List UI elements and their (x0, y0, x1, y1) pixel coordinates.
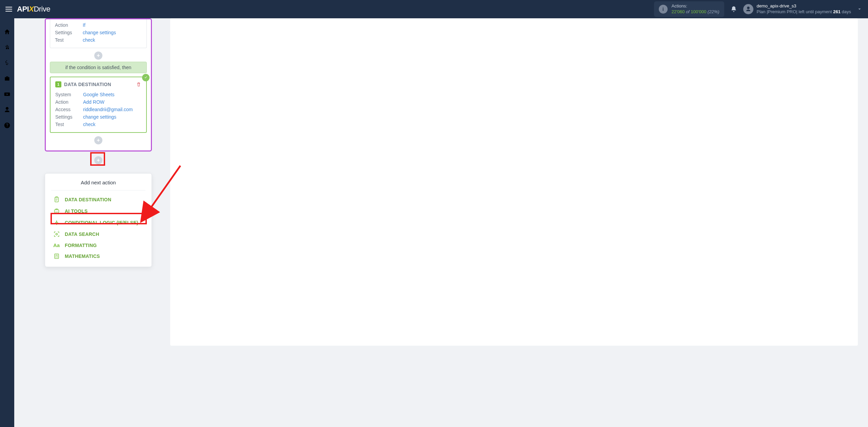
dollar-icon[interactable] (4, 60, 11, 66)
card-row: Accessriddleandrii@gmail.com (55, 106, 141, 113)
check-icon (142, 74, 150, 81)
help-icon[interactable] (4, 122, 11, 129)
popover-item[interactable]: DATA SEARCH (45, 228, 152, 240)
card-row: ActionIf (55, 21, 142, 29)
card-row: Testcheck (55, 121, 141, 128)
row-value[interactable]: check (83, 37, 95, 43)
condition-card[interactable]: ActionIfSettingschange settingsTestcheck (50, 19, 147, 48)
logo-drive: Drive (34, 5, 50, 13)
user-info: demo_apix-drive_s3 Plan |Premium PRO| le… (757, 3, 851, 15)
detail-panel (170, 18, 858, 346)
actions-current: 22'060 (672, 9, 685, 14)
user-plan: Plan |Premium PRO| left until payment 26… (757, 9, 851, 15)
card-row: Settingschange settings (55, 29, 142, 36)
condition-rows: ActionIfSettingschange settingsTestcheck (50, 19, 146, 48)
row-key: Access (55, 107, 83, 112)
card-row: SystemGoogle Sheets (55, 91, 141, 98)
popover-items: DATA DESTINATIONAI TOOLSCONDITIONAL LOGI… (45, 194, 152, 262)
flow-column: ActionIfSettingschange settingsTestcheck… (45, 18, 152, 151)
avatar-icon (743, 4, 753, 14)
info-icon: i (659, 5, 668, 14)
popover-item-label: DATA SEARCH (65, 231, 99, 237)
card-row: ActionAdd ROW (55, 98, 141, 106)
add-step-button[interactable]: + (94, 52, 102, 60)
destination-title: DATA DESTINATION (64, 82, 111, 87)
popover-item[interactable]: MATHEMATICS (45, 250, 152, 262)
row-key: Test (55, 37, 83, 43)
card-row: Settingschange settings (55, 113, 141, 121)
row-value[interactable]: check (83, 122, 96, 127)
svg-rect-3 (55, 254, 59, 258)
card-row: Testcheck (55, 36, 142, 44)
logo-api: API (17, 5, 29, 13)
row-key: Test (55, 122, 83, 127)
sitemap-icon[interactable] (4, 44, 11, 51)
row-key: Settings (55, 114, 83, 120)
popover-item[interactable]: AaFORMATTING (45, 240, 152, 250)
popover-item[interactable]: AI TOOLS (45, 205, 152, 217)
step-number-badge: 1 (55, 81, 61, 87)
popover-item-label: CONDITIONAL LOGIC (IF/ELSE) (65, 220, 138, 225)
row-value[interactable]: change settings (83, 114, 116, 120)
row-value[interactable]: Add ROW (83, 99, 104, 105)
left-sidebar (0, 18, 14, 427)
row-value[interactable]: riddleandrii@gmail.com (83, 107, 133, 112)
user-name: demo_apix-drive_s3 (757, 3, 851, 9)
condition-banner: if the condition is satisfied, then (50, 62, 147, 73)
destination-card[interactable]: 1 DATA DESTINATION SystemGoogle SheetsAc… (50, 77, 147, 133)
row-key: System (55, 92, 83, 97)
popover-item[interactable]: CONDITIONAL LOGIC (IF/ELSE) (45, 217, 152, 228)
row-value[interactable]: Google Sheets (83, 92, 115, 97)
actions-label: Actions: (672, 3, 719, 9)
actions-percent: (22%) (708, 9, 719, 14)
row-key: Action (55, 22, 83, 28)
home-icon[interactable] (4, 28, 11, 35)
add-action-popover: Add next action DATA DESTINATIONAI TOOLS… (45, 173, 152, 267)
destination-rows: SystemGoogle SheetsActionAdd ROWAccessri… (51, 89, 146, 132)
add-step-inner-button[interactable]: + (94, 136, 102, 144)
notifications-icon[interactable] (730, 6, 737, 13)
user-menu[interactable]: demo_apix-drive_s3 Plan |Premium PRO| le… (743, 3, 851, 15)
content-area: ActionIfSettingschange settingsTestcheck… (14, 18, 868, 427)
delete-icon[interactable] (136, 82, 141, 87)
row-key: Settings (55, 30, 83, 35)
chevron-down-icon[interactable] (857, 7, 862, 12)
popover-item[interactable]: DATA DESTINATION (45, 194, 152, 205)
actions-counter[interactable]: i Actions: 22'060 of 100'000 (22%) (654, 1, 724, 17)
actions-max: 100'000 (691, 9, 706, 14)
add-action-button[interactable]: + (94, 156, 102, 164)
actions-of: of (686, 9, 690, 14)
header-right: i Actions: 22'060 of 100'000 (22%) demo_… (654, 1, 864, 17)
menu-toggle-icon[interactable] (4, 4, 14, 14)
row-value[interactable]: If (83, 22, 85, 28)
condition-group: ActionIfSettingschange settingsTestcheck… (45, 18, 152, 151)
row-key: Action (55, 99, 83, 105)
popover-item-label: DATA DESTINATION (65, 197, 111, 202)
user-icon[interactable] (4, 106, 11, 113)
main-area: ActionIfSettingschange settingsTestcheck… (0, 18, 868, 427)
top-header: APIXDrive i Actions: 22'060 of 100'000 (… (0, 0, 868, 18)
row-value[interactable]: change settings (83, 30, 116, 35)
popover-item-label: FORMATTING (65, 243, 97, 248)
popover-title: Add next action (51, 180, 145, 190)
popover-item-label: MATHEMATICS (65, 253, 100, 259)
youtube-icon[interactable] (4, 91, 11, 98)
destination-header: 1 DATA DESTINATION (51, 77, 146, 89)
svg-rect-0 (55, 197, 58, 202)
popover-item-label: AI TOOLS (65, 208, 87, 214)
logo-x: X (29, 5, 34, 13)
app-logo[interactable]: APIXDrive (17, 5, 50, 14)
svg-point-2 (56, 233, 58, 235)
actions-text: Actions: 22'060 of 100'000 (22%) (672, 3, 719, 15)
briefcase-icon[interactable] (4, 75, 11, 82)
add-action-outer: + (45, 154, 152, 166)
